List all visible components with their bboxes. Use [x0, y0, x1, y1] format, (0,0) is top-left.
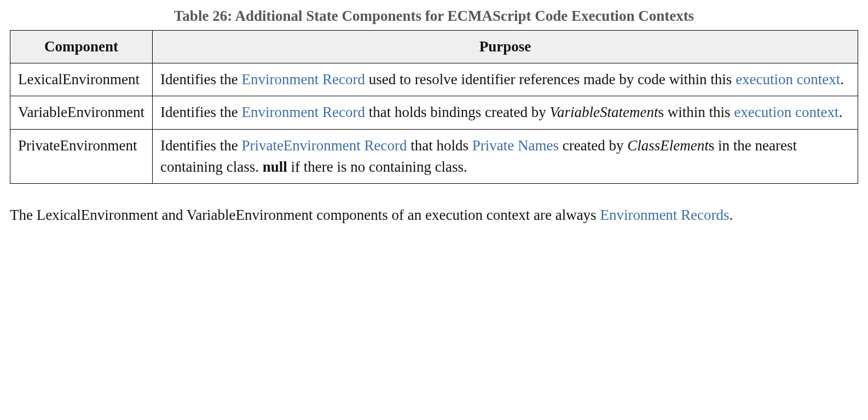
table-row: VariableEnvironment Identifies the Envir… [10, 96, 858, 129]
link-privateenvironment-record[interactable]: PrivateEnvironment Record [241, 137, 407, 154]
cell-purpose: Identifies the Environment Record used t… [152, 63, 858, 96]
cell-purpose: Identifies the Environment Record that h… [152, 96, 858, 129]
paragraph-after-table: The LexicalEnvironment and VariableEnvir… [10, 205, 858, 226]
text: The LexicalEnvironment and VariableEnvir… [10, 207, 600, 223]
cell-purpose: Identifies the PrivateEnvironment Record… [152, 129, 858, 183]
cell-component: PrivateEnvironment [10, 129, 153, 183]
text: that holds [407, 137, 472, 154]
text: . [840, 71, 844, 88]
text: created by [559, 137, 627, 154]
table-caption: Table 26: Additional State Components fo… [10, 5, 858, 27]
text: that holds bindings created by [365, 104, 549, 120]
text: Identifies the [160, 104, 241, 120]
text: if there is no containing class. [287, 159, 467, 175]
table-row: PrivateEnvironment Identifies the Privat… [10, 129, 858, 183]
text: Identifies the [160, 71, 241, 88]
cell-component: VariableEnvironment [10, 96, 153, 129]
text: Identifies the [160, 137, 241, 154]
cell-component: LexicalEnvironment [10, 63, 153, 96]
col-header-purpose: Purpose [152, 31, 858, 63]
table-row: LexicalEnvironment Identifies the Enviro… [10, 63, 858, 96]
link-environment-records[interactable]: Environment Records [600, 207, 729, 223]
link-private-names[interactable]: Private Names [472, 137, 559, 154]
link-execution-context[interactable]: execution context [734, 104, 838, 120]
value-null: null [263, 159, 287, 175]
term-variablestatement: VariableStatement [550, 104, 658, 120]
text: . [838, 104, 842, 120]
text: s within this [658, 104, 734, 120]
term-classelement: ClassElement [627, 137, 709, 154]
state-components-table: Component Purpose LexicalEnvironment Ide… [10, 30, 858, 184]
col-header-component: Component [10, 31, 153, 63]
table-header-row: Component Purpose [10, 31, 858, 63]
link-environment-record[interactable]: Environment Record [241, 71, 365, 88]
text: . [730, 207, 733, 223]
link-environment-record[interactable]: Environment Record [241, 104, 365, 120]
text: used to resolve identifier references ma… [365, 71, 736, 88]
link-execution-context[interactable]: execution context [736, 71, 840, 88]
